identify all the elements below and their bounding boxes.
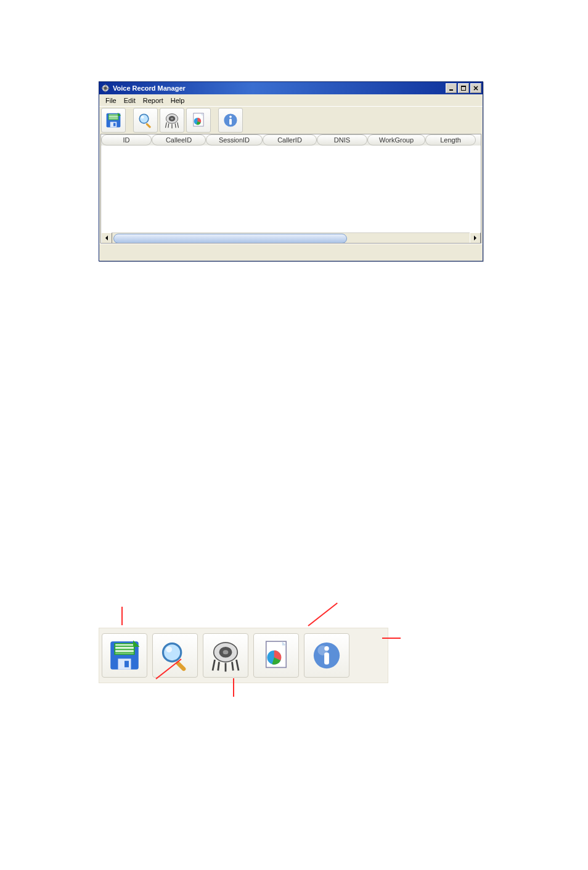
svg-point-36 [223, 650, 229, 654]
data-grid[interactable]: ID CalleeID SessionID CallerID DNIS Work… [100, 134, 481, 244]
svg-rect-28 [115, 652, 134, 654]
svg-point-31 [163, 644, 181, 662]
column-id[interactable]: ID [101, 134, 152, 146]
grid-body [101, 146, 481, 232]
svg-rect-9 [108, 118, 118, 119]
chart-button[interactable] [186, 108, 211, 133]
svg-point-32 [166, 646, 172, 652]
scroll-left-button[interactable] [101, 232, 112, 244]
scroll-thumb[interactable] [113, 234, 347, 244]
scroll-right-button[interactable] [470, 232, 481, 244]
column-calleeid[interactable]: CalleeID [152, 134, 206, 146]
chart-report-icon [260, 639, 292, 671]
svg-point-17 [171, 118, 173, 120]
annotation-line [382, 638, 401, 639]
save-icon [107, 638, 142, 673]
info-button[interactable] [218, 108, 243, 133]
search-button[interactable] [133, 108, 158, 133]
speaker-icon [208, 638, 243, 673]
svg-rect-14 [145, 123, 151, 128]
save-icon [105, 112, 122, 129]
window-controls [446, 83, 483, 93]
annotation-line [308, 602, 338, 626]
column-dnis[interactable]: DNIS [317, 134, 367, 146]
svg-rect-30 [125, 661, 129, 668]
enlarged-toolbar [99, 628, 388, 683]
annotation-line [121, 607, 123, 625]
app-window: Voice Record Manager File Edit Report He… [99, 81, 483, 261]
big-settings-button[interactable] [203, 633, 248, 678]
svg-point-22 [229, 115, 232, 118]
maximize-button[interactable] [458, 83, 469, 93]
scroll-track[interactable] [112, 232, 470, 244]
search-icon [137, 112, 153, 128]
column-workgroup[interactable]: WorkGroup [367, 134, 425, 146]
svg-rect-23 [229, 119, 232, 125]
big-search-button[interactable] [152, 633, 198, 678]
svg-rect-7 [108, 115, 118, 116]
svg-rect-4 [461, 86, 466, 87]
minimize-button[interactable] [446, 83, 457, 93]
big-chart-button[interactable] [253, 633, 299, 678]
horizontal-scrollbar[interactable] [101, 233, 481, 243]
column-callerid[interactable]: CallerID [263, 134, 317, 146]
annotation-line [233, 678, 234, 697]
title-bar[interactable]: Voice Record Manager [99, 82, 483, 94]
search-icon [159, 639, 191, 671]
svg-rect-11 [113, 123, 116, 126]
svg-point-41 [324, 646, 329, 650]
toolbar [99, 106, 483, 134]
status-bar [99, 244, 483, 256]
big-save-button[interactable] [102, 633, 147, 678]
window-title: Voice Record Manager [113, 84, 186, 92]
svg-rect-42 [324, 652, 329, 665]
column-length[interactable]: Length [425, 134, 476, 146]
column-sessionid[interactable]: SessionID [206, 134, 263, 146]
svg-point-13 [141, 116, 144, 119]
info-icon [223, 112, 239, 128]
menu-bar: File Edit Report Help [99, 94, 483, 106]
svg-rect-8 [108, 117, 118, 118]
close-button[interactable] [470, 83, 481, 93]
svg-point-12 [139, 114, 149, 123]
svg-point-1 [104, 86, 107, 89]
app-icon [101, 84, 110, 92]
column-headers: ID CalleeID SessionID CallerID DNIS Work… [101, 134, 481, 146]
svg-rect-27 [115, 649, 134, 650]
info-icon [311, 639, 343, 671]
settings-button[interactable] [160, 108, 184, 133]
chart-report-icon [190, 112, 206, 128]
save-button[interactable] [101, 108, 126, 133]
menu-report[interactable]: Report [139, 96, 167, 105]
big-info-button[interactable] [304, 633, 349, 678]
menu-edit[interactable]: Edit [120, 96, 139, 105]
speaker-icon [163, 112, 181, 129]
menu-help[interactable]: Help [167, 96, 189, 105]
svg-rect-2 [449, 89, 453, 91]
svg-rect-26 [115, 646, 134, 647]
menu-file[interactable]: File [102, 96, 120, 105]
